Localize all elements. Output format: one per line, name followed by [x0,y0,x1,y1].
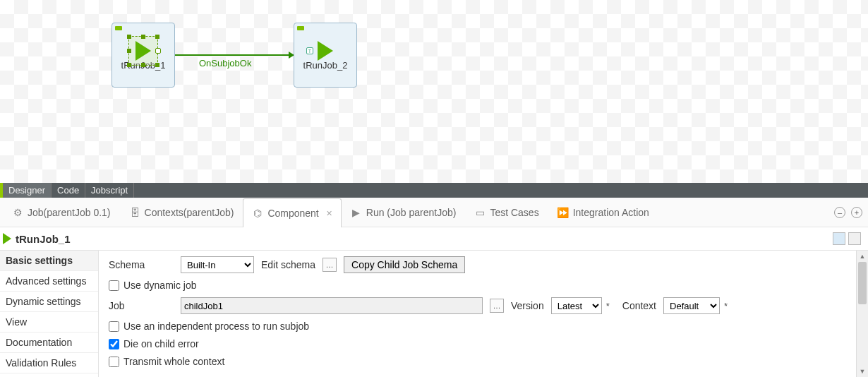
view-label: Component [267,208,318,219]
transmit-context-checkbox[interactable] [109,357,119,367]
component-trunjob-1[interactable]: tRunJob_1 [111,23,175,88]
gear-icon: ⚙ [12,207,23,218]
view-label: Integration Action [573,207,649,218]
die-on-child-checkbox[interactable] [109,339,119,349]
close-icon[interactable]: ✕ [326,209,332,218]
view-label: Test Cases [490,207,538,218]
edit-schema-button[interactable]: … [323,258,337,272]
version-select[interactable]: Latest [551,297,602,314]
use-dynamic-job-checkbox[interactable] [109,280,119,291]
view-testcases[interactable]: ▭ Test Cases [465,198,548,227]
die-on-child-label: Die on child error [123,338,199,349]
output-port[interactable] [155,48,161,54]
play-icon: ▶ [351,207,362,218]
view-contexts[interactable]: 🗄 Contexts(parentJob) [120,198,243,227]
sidebar-item-basic[interactable]: Basic settings [0,251,98,271]
view-label: Run (Job parentJob) [366,207,457,218]
job-field[interactable] [181,297,483,314]
required-mark: * [724,301,728,311]
play-icon: T [311,36,340,66]
input-port[interactable]: T [306,47,313,54]
sidebar-item-documentation[interactable]: Documentation [0,333,98,353]
sidebar-item-validation[interactable]: Validation Rules [0,353,98,373]
scroll-down-icon[interactable]: ▼ [857,366,868,377]
browse-job-button[interactable]: … [490,299,504,313]
view-component[interactable]: ⌬ Component ✕ [243,198,341,227]
sidebar-item-dynamic[interactable]: Dynamic settings [0,292,98,312]
view-job[interactable]: ⚙ Job(parentJob 0.1) [3,198,120,227]
editor-tabstrip: Designer Code Jobscript [0,183,868,198]
schema-label: Schema [109,259,174,270]
view-integration[interactable]: ⏩ Integration Action [548,198,658,227]
job-label: Job [109,300,174,311]
version-label: Version [511,300,544,311]
independent-process-label: Use an independent process to run subjob [123,321,309,332]
vertical-scrollbar[interactable]: ▲ ▼ [856,251,868,377]
settings-form: Schema Built-In Edit schema … Copy Child… [99,251,868,377]
views-tabbar: ⚙ Job(parentJob 0.1) 🗄 Contexts(parentJo… [0,198,868,227]
database-icon: 🗄 [129,207,140,218]
play-icon [128,36,158,66]
required-mark: * [606,301,610,311]
settings-sidebar: Basic settings Advanced settings Dynamic… [0,251,99,377]
component-title: tRunJob_1 [16,233,71,245]
forward-icon: ⏩ [557,207,569,218]
view-run[interactable]: ▶ Run (Job parentJob) [342,198,466,227]
minimize-icon[interactable]: – [834,207,845,218]
maximize-icon[interactable]: + [851,207,862,218]
layout-grid-button[interactable] [833,232,845,245]
tab-designer[interactable]: Designer [3,183,52,198]
settings-panel: Basic settings Advanced settings Dynamic… [0,251,868,377]
tab-code[interactable]: Code [52,183,85,198]
context-label: Context [622,300,656,311]
component-header: tRunJob_1 [0,227,868,251]
schema-select[interactable]: Built-In [181,256,254,273]
sidebar-item-view[interactable]: View [0,312,98,333]
edit-schema-label: Edit schema [261,259,315,270]
use-dynamic-job-label: Use dynamic job [123,280,197,291]
scroll-thumb[interactable] [858,262,867,304]
tab-jobscript[interactable]: Jobscript [85,183,134,198]
layout-list-button[interactable] [848,232,861,245]
transmit-context-label: Transmit whole context [123,356,224,367]
scroll-up-icon[interactable]: ▲ [857,251,868,262]
play-icon [3,233,11,244]
sidebar-item-advanced[interactable]: Advanced settings [0,271,98,292]
independent-process-checkbox[interactable] [109,321,119,332]
connection-label: OnSubjobOk [199,58,251,68]
view-label: Contexts(parentJob) [145,207,234,218]
window-icon: ▭ [474,207,486,218]
component-trunjob-2[interactable]: T tRunJob_2 [294,23,357,88]
context-select[interactable]: Default [663,297,720,314]
view-label: Job(parentJob 0.1) [28,207,111,218]
connection-onsubjobok[interactable] [175,54,294,56]
design-canvas[interactable]: tRunJob_1 OnSubjobOk T tRunJob_2 [0,0,868,183]
copy-child-schema-button[interactable]: Copy Child Job Schema [344,256,465,273]
component-icon: ⌬ [252,208,263,219]
